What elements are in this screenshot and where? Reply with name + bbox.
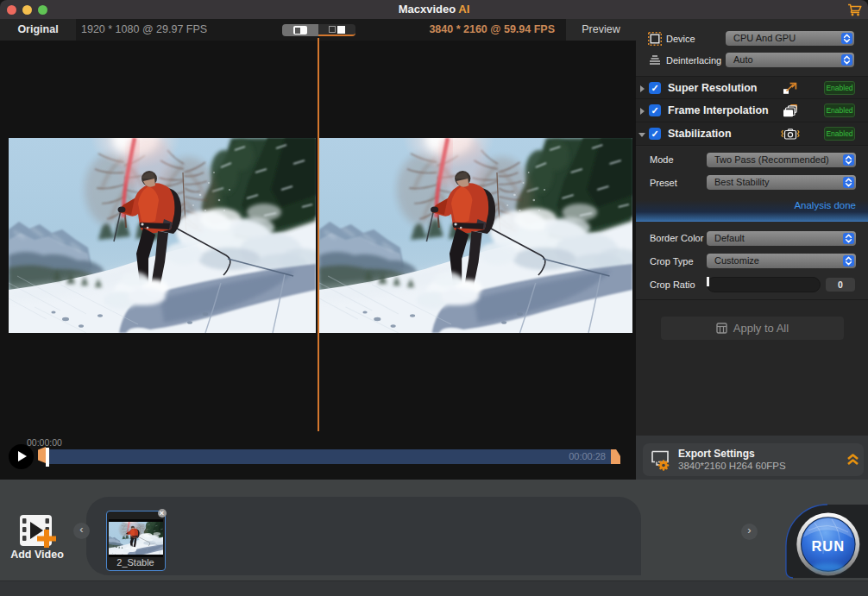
svg-text:RUN: RUN (811, 538, 845, 554)
